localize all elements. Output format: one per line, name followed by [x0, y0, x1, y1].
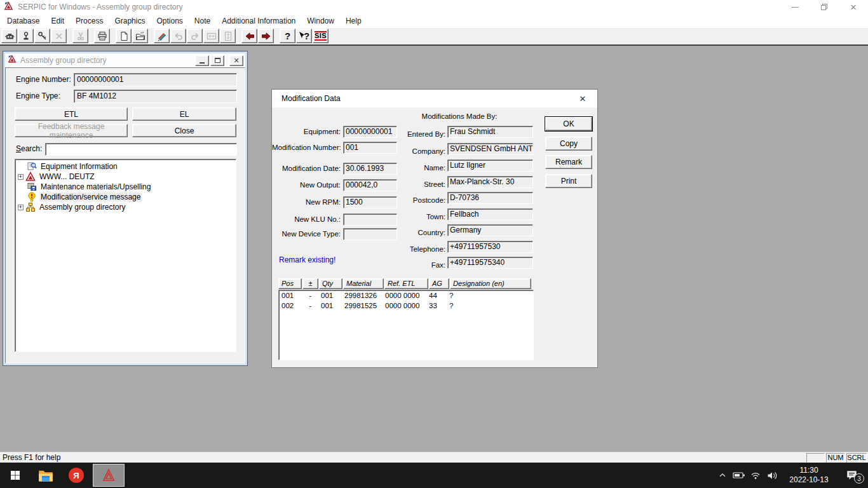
key-button[interactable]	[34, 29, 50, 43]
engine-button[interactable]	[1, 29, 17, 43]
fax-field[interactable]: +497119575340	[447, 257, 533, 269]
tree-item-maintenance-materials[interactable]: Maintenance materials/Upselling	[15, 182, 236, 192]
context-help-button[interactable]: ?	[296, 29, 312, 43]
child-titlebar[interactable]: Assembly group directory ✕	[5, 53, 245, 67]
expand-plus-icon[interactable]: +	[18, 205, 24, 210]
column-header-plusminus[interactable]: ±	[302, 278, 318, 289]
etl-button[interactable]: ETL	[15, 107, 128, 121]
help-button[interactable]: ?	[280, 29, 295, 43]
wifi-icon[interactable]	[747, 463, 764, 488]
street-field[interactable]: Max-Planck-Str. 30	[447, 176, 533, 188]
telephone-field[interactable]: +49711957530	[447, 241, 533, 253]
entered-by-label: Entered By:	[374, 128, 445, 140]
company-field[interactable]: SVENDSEN GmbH ANTRIEB	[447, 143, 533, 155]
equipment-label: Equipment:	[272, 126, 341, 138]
engine-type-field[interactable]: BF 4M1012	[74, 90, 237, 103]
desktop: SERPIC for Windows - Assembly group dire…	[0, 0, 868, 488]
stamp-button[interactable]	[18, 29, 34, 43]
column-header-ag[interactable]: AG	[429, 278, 449, 289]
menu-additional-information[interactable]: Additional Information	[216, 15, 301, 27]
cell-qty: 001	[318, 302, 342, 312]
menu-database[interactable]: Database	[1, 15, 45, 27]
minimize-button[interactable]	[780, 0, 810, 14]
postcode-label: Postcode:	[374, 194, 445, 207]
postcode-field[interactable]: D-70736	[447, 192, 533, 204]
action-center-button[interactable]: 3	[837, 463, 867, 488]
table-row[interactable]: 001 - 001 29981326 0000 0000 44 ?	[279, 292, 533, 302]
modification-date-label: Modification Date:	[272, 163, 341, 175]
dialog-titlebar[interactable]: Modification Data ✕	[272, 90, 597, 107]
fax-label: Fax:	[374, 259, 445, 271]
toolbar: ? ? SIS	[0, 28, 868, 46]
previous-button[interactable]	[241, 29, 257, 43]
ok-button[interactable]: OK	[545, 117, 592, 131]
menu-edit[interactable]: Edit	[45, 15, 70, 27]
name-field[interactable]: Lutz Ilgner	[447, 159, 533, 172]
cell-qty: 001	[318, 292, 342, 302]
system-tray: 11:30 2022-10-13 3	[714, 463, 868, 488]
column-header-designation[interactable]: Designation (en)	[450, 278, 531, 289]
open-folder-button[interactable]	[132, 29, 148, 43]
toolbar-separator	[149, 36, 154, 36]
close-button[interactable]: ✕	[839, 0, 868, 14]
print-button[interactable]	[94, 29, 110, 43]
menu-graphics[interactable]: Graphics	[109, 15, 151, 27]
menu-note[interactable]: Note	[189, 15, 216, 27]
cell-ref-etl: 0000 0000	[383, 292, 426, 302]
serpic-taskbar-button[interactable]	[93, 464, 125, 487]
el-button[interactable]: EL	[132, 107, 236, 121]
menu-process[interactable]: Process	[70, 15, 109, 27]
town-field[interactable]: Fellbach	[447, 208, 533, 220]
search-label: Search:	[16, 142, 42, 156]
sis-button[interactable]: SIS	[313, 29, 329, 43]
tree-item-modification-service-message[interactable]: Modification/service message	[15, 192, 236, 202]
copy-button[interactable]: Copy	[545, 137, 592, 151]
volume-icon[interactable]	[764, 463, 780, 488]
file-explorer-button[interactable]	[31, 463, 61, 488]
app-titlebar: SERPIC for Windows - Assembly group dire…	[0, 0, 868, 14]
entered-by-field[interactable]: Frau Schmidt	[447, 126, 533, 138]
status-message: Press F1 for help	[3, 453, 60, 462]
child-maximize-button[interactable]	[210, 55, 224, 66]
yandex-browser-button[interactable]: Я	[61, 463, 92, 488]
graphics-pen-button[interactable]	[154, 29, 170, 43]
expand-plus-icon[interactable]: +	[18, 174, 24, 180]
modification-data-dialog: Modification Data ✕ Modifications Made B…	[271, 89, 598, 368]
clock[interactable]: 11:30 2022-10-13	[784, 466, 834, 485]
column-header-pos[interactable]: Pos	[278, 278, 302, 289]
fit-height-icon	[223, 31, 233, 41]
child-close-button[interactable]: ✕	[229, 55, 243, 66]
menu-window[interactable]: Window	[301, 15, 340, 27]
column-header-qty[interactable]: Qty	[319, 278, 342, 289]
battery-icon[interactable]	[731, 463, 747, 488]
undo-button	[170, 29, 186, 43]
redo-button	[187, 29, 203, 43]
tree-item-www-deutz[interactable]: + WWW... DEUTZ	[15, 172, 236, 182]
column-header-material[interactable]: Material	[343, 278, 384, 289]
restore-button[interactable]	[810, 0, 839, 14]
new-document-button[interactable]	[116, 29, 132, 43]
tray-chevron-up-icon[interactable]	[714, 463, 731, 488]
tree-item-equipment-information[interactable]: Equipment Information	[15, 161, 236, 172]
engine-number-field[interactable]: 00000000001	[74, 73, 237, 86]
country-field[interactable]: Germany	[447, 224, 533, 236]
tree-item-assembly-group-directory[interactable]: + Assembly group directory	[15, 202, 236, 212]
new-device-type-label: New Device Type:	[272, 228, 341, 240]
next-button[interactable]	[258, 29, 274, 43]
child-minimize-button[interactable]	[195, 55, 209, 66]
table-row[interactable]: 002 - 001 29981525 0000 0000 33 ?	[279, 302, 533, 312]
menu-help[interactable]: Help	[340, 15, 367, 27]
print-button[interactable]: Print	[545, 174, 592, 188]
open-folder-icon	[135, 31, 146, 41]
dialog-close-button[interactable]: ✕	[568, 90, 597, 107]
remark-button[interactable]: Remark	[545, 155, 592, 169]
delete-icon	[54, 31, 64, 41]
close-child-button[interactable]: Close	[132, 124, 236, 137]
app-title: SERPIC for Windows - Assembly group dire…	[18, 3, 182, 11]
cell-material: 29981525	[342, 302, 383, 312]
menu-options[interactable]: Options	[151, 15, 188, 27]
column-header-ref-etl[interactable]: Ref. ETL	[384, 278, 428, 289]
delete-button	[51, 29, 67, 43]
start-button[interactable]	[0, 463, 31, 488]
search-input[interactable]	[45, 143, 237, 156]
